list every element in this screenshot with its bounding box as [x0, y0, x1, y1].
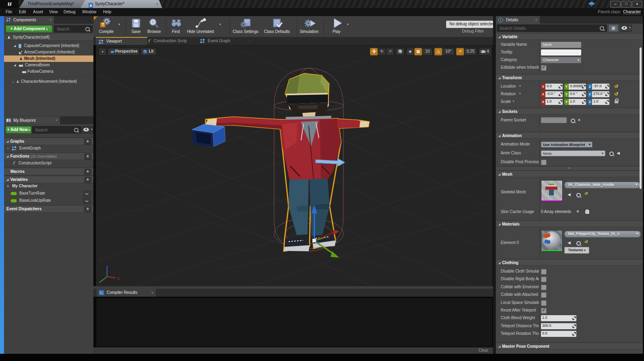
- variable-row-baseturnrate[interactable]: BaseTurnRate: [4, 190, 93, 197]
- anim-class-dropdown[interactable]: None▾: [541, 150, 605, 156]
- browse-label[interactable]: Browse: [144, 29, 164, 34]
- checkbox[interactable]: [541, 269, 547, 275]
- scale-z-field[interactable]: 1.0: [592, 99, 609, 105]
- checkbox[interactable]: [541, 300, 547, 306]
- simulation-label[interactable]: Simulation: [295, 29, 323, 34]
- checkbox[interactable]: [541, 277, 547, 282]
- my-character-category[interactable]: ▷ My Character: [4, 183, 93, 189]
- property-matrix-button[interactable]: ▦: [609, 25, 618, 32]
- menu-asset[interactable]: Asset: [33, 8, 43, 16]
- macros-header[interactable]: Macros +: [4, 168, 93, 175]
- viewport-options-dropdown[interactable]: ▾: [99, 48, 107, 55]
- compile-label[interactable]: Compile: [95, 29, 118, 34]
- event-dispatchers-header[interactable]: Event Dispatchers +: [4, 205, 93, 213]
- close-icon[interactable]: ×: [56, 117, 58, 124]
- compile-icon[interactable]: ?: [99, 18, 111, 29]
- hide-unrelated-label[interactable]: Hide Unrelated: [183, 29, 218, 34]
- reset-material-icon[interactable]: ↺: [584, 240, 588, 244]
- rotation-z-field[interactable]: 270.0 °: [592, 91, 609, 97]
- reset-rotation-button[interactable]: ↺: [614, 91, 618, 97]
- class-settings-icon[interactable]: [239, 18, 252, 29]
- checkbox[interactable]: [541, 285, 547, 290]
- tree-row-charactermovement[interactable]: ◇ ♟ CharacterMovement (Inherited): [4, 78, 93, 85]
- anim-class-back-icon[interactable]: ◀: [617, 151, 620, 155]
- checkbox[interactable]: [541, 308, 547, 314]
- add-macro-button[interactable]: +: [84, 169, 91, 175]
- variable-row-baselookuprate[interactable]: BaseLookUpRate: [4, 197, 93, 204]
- socket-clear-icon[interactable]: ×: [578, 118, 580, 122]
- category-dropdown[interactable]: Character ▾: [541, 57, 581, 63]
- teleport-rotation-field[interactable]: 0.0: [541, 331, 576, 337]
- tree-row-followcamera[interactable]: FollowCamera: [4, 68, 93, 75]
- functions-header[interactable]: ◢Functions (32 Overridable) +: [4, 152, 93, 160]
- add-graph-button[interactable]: +: [84, 139, 91, 145]
- vertical-splitter[interactable]: [493, 16, 496, 354]
- add-function-button[interactable]: +: [84, 154, 91, 160]
- scale-x-field[interactable]: 1.0: [545, 99, 563, 105]
- compile-options-dropdown[interactable]: ▾: [118, 23, 120, 26]
- socket-search-icon[interactable]: [571, 119, 575, 123]
- rotate-mode-button[interactable]: ↻: [378, 48, 386, 55]
- trash-icon[interactable]: [585, 209, 589, 214]
- details-view-options[interactable]: ▾: [620, 25, 632, 32]
- save-label[interactable]: Save: [128, 29, 144, 34]
- menu-view[interactable]: View: [49, 8, 58, 16]
- use-selected-icon[interactable]: ◀: [568, 240, 571, 245]
- section-mesh[interactable]: ◢Mesh: [496, 170, 643, 177]
- textures-button[interactable]: Textures ▾: [564, 247, 589, 254]
- animation-expander[interactable]: ▾: [496, 166, 643, 170]
- play-label[interactable]: Play: [328, 29, 345, 34]
- material-combo[interactable]: Mat_PolygonCity_Texture_01_A▾: [564, 231, 641, 238]
- minimize-button[interactable]: –: [610, 1, 621, 8]
- scale-y-field[interactable]: 1.0: [569, 99, 586, 105]
- perspective-button[interactable]: Perspective: [107, 48, 140, 55]
- hide-unrelated-icon[interactable]: [195, 18, 206, 29]
- rotation-x-field[interactable]: -0.0 °: [545, 91, 563, 97]
- scale-snap-value[interactable]: 0.25: [464, 48, 477, 55]
- expand-icon[interactable]: ▷: [7, 145, 9, 152]
- menu-window[interactable]: Window: [82, 8, 97, 16]
- reset-location-button[interactable]: ↺: [614, 84, 618, 89]
- close-icon[interactable]: ×: [151, 289, 153, 297]
- menu-debug[interactable]: Debug: [64, 8, 75, 16]
- material-thumbnail[interactable]: [541, 230, 563, 252]
- parent-socket-field[interactable]: [541, 117, 567, 123]
- viewport-3d[interactable]: x ▾ Perspective Lit ↻ ↗ ◈ ▦ 10 △ 10° ↗ 0…: [96, 45, 493, 287]
- section-master-pose[interactable]: ◢Master Pose Component: [496, 343, 643, 349]
- location-x-field[interactable]: 0.0: [545, 84, 563, 90]
- add-variable-button[interactable]: +: [84, 177, 91, 183]
- visibility-filter-button[interactable]: ▾: [82, 126, 93, 133]
- menu-edit[interactable]: Edit: [19, 8, 26, 16]
- grid-snap-button[interactable]: ▦: [414, 48, 422, 55]
- tree-row-arrow[interactable]: ArrowComponent (Inherited): [4, 49, 93, 55]
- play-icon[interactable]: [332, 17, 343, 29]
- reset-mesh-icon[interactable]: ↺: [584, 191, 588, 196]
- close-icon[interactable]: ×: [156, 0, 158, 8]
- find-icon[interactable]: [171, 18, 182, 29]
- scale-snap-button[interactable]: ↗: [456, 48, 464, 55]
- debug-object-dropdown[interactable]: No debug object selected ▾: [446, 21, 501, 28]
- my-blueprint-search-input[interactable]: [34, 127, 70, 133]
- browse-icon[interactable]: [148, 18, 159, 29]
- location-z-field[interactable]: -97.0: [592, 84, 609, 90]
- components-search[interactable]: [54, 25, 93, 33]
- tree-row-self[interactable]: ♟ SyntyCharacter(self): [4, 34, 93, 41]
- section-animation[interactable]: ◢Animation: [496, 132, 643, 139]
- use-selected-icon[interactable]: ◀: [568, 192, 571, 197]
- skeletal-mesh-thumbnail[interactable]: [541, 180, 563, 202]
- closed-eye-icon[interactable]: [83, 191, 91, 197]
- anim-class-search-icon[interactable]: [609, 152, 614, 156]
- checkbox[interactable]: [541, 292, 547, 298]
- rotation-snap-button[interactable]: △: [434, 48, 442, 55]
- add-component-button[interactable]: + Add Component ▾: [6, 25, 52, 33]
- asset-tab-syntycharacter[interactable]: ♟SyntyCharacter* ×: [80, 0, 162, 8]
- browse-to-icon[interactable]: [576, 193, 581, 197]
- section-materials[interactable]: ◢Materials: [496, 220, 643, 227]
- eventgraph-row[interactable]: ▷ EventGraph: [4, 145, 93, 152]
- class-defaults-icon[interactable]: [271, 18, 283, 29]
- expand-icon[interactable]: ▷: [7, 183, 9, 189]
- animation-mode-dropdown[interactable]: Use Animation Blueprint▾: [541, 142, 592, 148]
- tab-my-blueprint[interactable]: My Blueprint ×: [4, 117, 60, 124]
- close-icon[interactable]: ×: [535, 16, 537, 24]
- close-icon[interactable]: ×: [50, 16, 52, 24]
